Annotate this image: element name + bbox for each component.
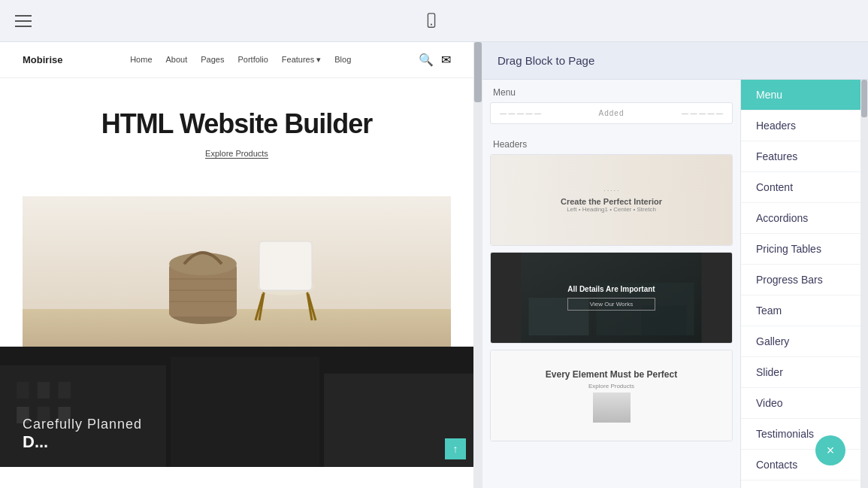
carefully-title: Carefully Planned	[23, 417, 142, 432]
main-area: Mobirise Home About Pages Portfolio Feat…	[0, 42, 868, 488]
site-nav: Mobirise Home About Pages Portfolio Feat…	[0, 42, 473, 78]
hero-title: HTML Website Builder	[23, 108, 451, 140]
nav-features[interactable]: Features ▾	[282, 55, 321, 65]
thumb3-sub: Explore Products	[588, 383, 634, 389]
hero-section: HTML Website Builder Explore Products	[0, 78, 473, 196]
search-icon[interactable]: 🔍	[419, 53, 434, 67]
header-preview-3: Every Element Must be Perfect Explore Pr…	[491, 350, 732, 441]
block-panel-header: Drag Block to Page	[482, 42, 868, 80]
category-progress-bars[interactable]: Progress Bars	[741, 265, 860, 296]
middle-scrollbar[interactable]	[473, 42, 482, 488]
svg-rect-9	[259, 241, 312, 290]
category-video[interactable]: Video	[741, 388, 860, 419]
thumb1-title: Create the Perfect Interior	[561, 197, 662, 206]
svg-rect-18	[171, 357, 320, 467]
block-panel-body: Menu — — — — — Added — — — — — Headers	[482, 80, 868, 488]
dark-section: Carefully Planned D... ↑	[0, 347, 473, 467]
scroll-up-button[interactable]: ↑	[445, 438, 466, 459]
hero-image-container	[23, 196, 451, 347]
nav-home[interactable]: Home	[130, 55, 152, 65]
nav-blog[interactable]: Blog	[334, 55, 351, 65]
top-bar	[0, 0, 868, 42]
preview-dots: · · · · ·	[603, 187, 618, 194]
thumbnails-column: Menu — — — — — Added — — — — — Headers	[482, 80, 740, 488]
close-button[interactable]: ×	[815, 435, 845, 465]
preview-pane: Mobirise Home About Pages Portfolio Feat…	[0, 42, 473, 488]
svg-rect-3	[23, 309, 451, 347]
nav-portfolio[interactable]: Portfolio	[237, 55, 268, 65]
menu-section: Menu — — — — — Added — — — — —	[490, 87, 733, 124]
hamburger-icon[interactable]	[15, 15, 32, 27]
site-nav-icons: 🔍 ✉	[419, 53, 451, 67]
headers-label: Headers	[490, 139, 733, 150]
header-preview-1: · · · · · Create the Perfect Interior Le…	[491, 155, 732, 245]
thumb2-btn[interactable]: View Our Works	[567, 298, 655, 311]
chair-visual	[23, 196, 451, 347]
right-scroll-thumb	[861, 80, 867, 117]
category-content[interactable]: Content	[741, 172, 860, 203]
added-badge: Added	[599, 109, 625, 117]
chair-thumbnail	[593, 393, 631, 423]
carefully-sub: D...	[23, 432, 142, 452]
thumb2-overlay: All Details Are Important	[567, 285, 655, 293]
header-thumb-1[interactable]: · · · · · Create the Perfect Interior Le…	[490, 154, 733, 246]
menu-label: Menu	[490, 87, 733, 98]
header-thumb-2-img: All Details Are Important View Our Works	[491, 253, 732, 343]
right-scrollbar[interactable]	[860, 80, 868, 488]
preview-content: Mobirise Home About Pages Portfolio Feat…	[0, 42, 473, 467]
category-team[interactable]: Team	[741, 296, 860, 326]
category-features[interactable]: Features	[741, 141, 860, 172]
category-gallery[interactable]: Gallery	[741, 326, 860, 357]
svg-rect-21	[38, 382, 50, 399]
category-nav: Menu Headers Features Content Accordions…	[740, 80, 860, 488]
nav-about[interactable]: About	[166, 55, 188, 65]
svg-rect-20	[17, 382, 29, 399]
hero-link[interactable]: Explore Products	[205, 149, 268, 159]
category-slider[interactable]: Slider	[741, 357, 860, 388]
menu-added-right: — — — — —	[682, 110, 723, 117]
svg-point-12	[169, 253, 237, 275]
category-headers[interactable]: Headers	[741, 111, 860, 141]
category-menu[interactable]: Menu	[741, 80, 860, 111]
site-logo: Mobirise	[23, 54, 62, 65]
header-thumb-2[interactable]: All Details Are Important View Our Works	[490, 252, 733, 344]
thumb1-sub: Left • Heading1 • Center • Stretch	[567, 206, 656, 213]
scroll-thumb	[474, 42, 482, 102]
nav-pages[interactable]: Pages	[201, 55, 224, 65]
block-panel: Drag Block to Page Menu — — — — — Added …	[482, 42, 868, 488]
svg-rect-22	[58, 382, 71, 399]
category-pricing-tables[interactable]: Pricing Tables	[741, 234, 860, 265]
menu-thumbnail[interactable]: — — — — — Added — — — — —	[490, 102, 733, 124]
headers-section: Headers · · · · · Create the Perfect Int…	[490, 139, 733, 441]
header-thumb-1-img: · · · · · Create the Perfect Interior Le…	[491, 155, 732, 245]
header-thumb-3[interactable]: Every Element Must be Perfect Explore Pr…	[490, 350, 733, 441]
header-thumb-3-img: Every Element Must be Perfect Explore Pr…	[491, 350, 732, 441]
mail-icon[interactable]: ✉	[441, 53, 451, 67]
category-accordions[interactable]: Accordions	[741, 203, 860, 234]
phone-icon[interactable]	[423, 13, 440, 29]
menu-added-left: — — — — —	[500, 110, 541, 117]
site-nav-links: Home About Pages Portfolio Features ▾ Bl…	[130, 55, 351, 65]
thumb3-title: Every Element Must be Perfect	[546, 369, 677, 380]
header-preview-2: All Details Are Important View Our Works	[491, 253, 732, 343]
